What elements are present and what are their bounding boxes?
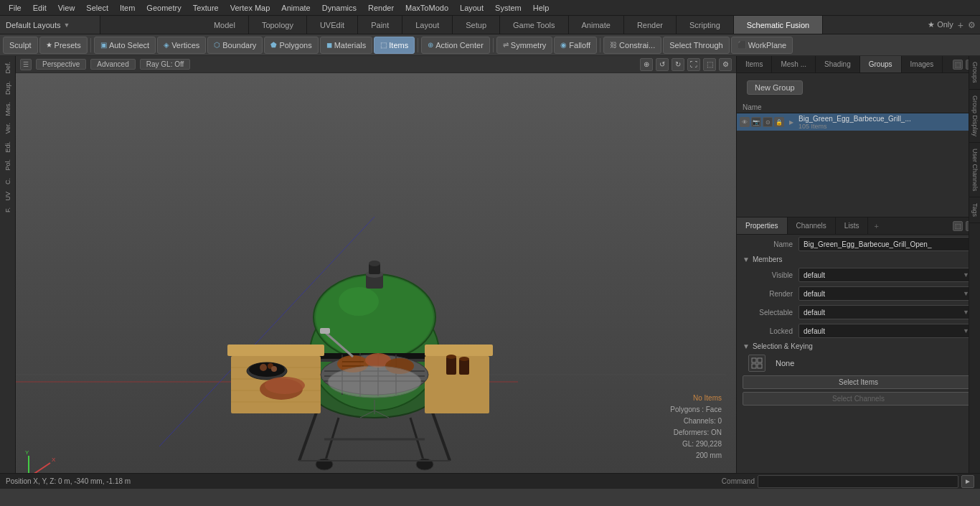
menu-animate[interactable]: Animate <box>275 2 316 14</box>
tab-channels[interactable]: Channels <box>788 217 836 234</box>
tab-setup[interactable]: Setup <box>453 16 500 34</box>
group-list-item[interactable]: 👁 📷 ⊙ 🔒 ▶ Big_Green_Egg_Barbecue_Grill_.… <box>737 113 980 131</box>
sidebar-tab-ver[interactable]: Ver. <box>3 120 13 137</box>
menu-layout[interactable]: Layout <box>454 2 489 14</box>
rv-tab-user-channels[interactable]: User Channels <box>969 143 980 198</box>
tab-groups[interactable]: Groups <box>860 56 902 72</box>
menu-item[interactable]: Item <box>114 2 141 14</box>
lock-icon[interactable]: 🔒 <box>774 117 784 127</box>
viewport-menu-button[interactable]: ☰ <box>20 59 32 70</box>
menu-geometry[interactable]: Geometry <box>141 2 187 14</box>
viewport-icon-5[interactable]: ⬚ <box>703 58 716 71</box>
tab-lists[interactable]: Lists <box>836 217 869 234</box>
menu-maxtomodo[interactable]: MaxToModo <box>400 2 454 14</box>
name-input[interactable] <box>798 237 974 251</box>
tab-schematic-fusion[interactable]: Schematic Fusion <box>734 16 823 34</box>
render-icon[interactable]: 📷 <box>751 117 761 127</box>
menu-select[interactable]: Select <box>80 2 114 14</box>
falloff-button[interactable]: ◉ Falloff <box>554 37 597 54</box>
workplane-button[interactable]: ⬛ WorkPlane <box>731 37 793 54</box>
command-input[interactable] <box>758 475 958 488</box>
presets-button[interactable]: ★ Presets <box>39 37 88 54</box>
menu-system[interactable]: System <box>489 2 527 14</box>
tab-add-button[interactable]: + <box>868 217 884 234</box>
add-tab-button[interactable]: + <box>958 19 963 31</box>
viewport-icon-3[interactable]: ↻ <box>672 58 684 71</box>
viewport-icon-1[interactable]: ⊕ <box>640 58 653 71</box>
viewport-icon-6[interactable]: ⚙ <box>719 58 732 71</box>
tab-uvedit[interactable]: UVEdit <box>307 16 358 34</box>
visible-dropdown[interactable]: default ▼ <box>798 268 974 282</box>
selection-keying-header[interactable]: ▼ Selection & Keying <box>737 340 980 352</box>
select-channels-button[interactable]: Select Channels <box>743 392 974 406</box>
tab-items[interactable]: Items <box>737 56 772 72</box>
tab-shading[interactable]: Shading <box>816 56 860 72</box>
menu-dynamics[interactable]: Dynamics <box>316 2 362 14</box>
sculpt-button[interactable]: Sculpt <box>3 37 38 54</box>
tab-properties[interactable]: Properties <box>737 217 788 234</box>
menu-view[interactable]: View <box>52 2 81 14</box>
tab-animate[interactable]: Animate <box>569 16 624 34</box>
items-button[interactable]: ⬚ Items <box>374 37 415 54</box>
rv-tab-groups[interactable]: Groups <box>969 56 980 90</box>
viewport[interactable]: ☰ Perspective Advanced Ray GL: Off ⊕ ↺ ↻… <box>16 56 736 473</box>
tab-layout[interactable]: Layout <box>402 16 453 34</box>
tab-model[interactable]: Model <box>201 16 249 34</box>
sidebar-tab-dup[interactable]: Dup. <box>3 78 13 98</box>
tab-game-tools[interactable]: Game Tools <box>500 16 569 34</box>
selectable-dropdown[interactable]: default ▼ <box>798 305 974 319</box>
select-through-button[interactable]: Select Through <box>663 37 729 54</box>
svg-rect-49 <box>459 359 469 375</box>
tab-topology[interactable]: Topology <box>249 16 307 34</box>
command-arrow-button[interactable]: ► <box>961 475 974 488</box>
settings-icon[interactable]: ⚙ <box>968 20 976 30</box>
locked-dropdown[interactable]: default ▼ <box>798 324 974 338</box>
viewport-icon-2[interactable]: ↺ <box>656 58 669 71</box>
viewport-content[interactable]: No Items Polygons : Face Channels: 0 Def… <box>16 73 736 473</box>
expand-icon[interactable]: ⬚ <box>953 60 963 70</box>
tab-render[interactable]: Render <box>624 16 677 34</box>
render-dropdown[interactable]: default ▼ <box>798 286 974 301</box>
vertices-button[interactable]: ◈ Vertices <box>157 37 206 54</box>
sidebar-tab-c[interactable]: C. <box>3 175 13 187</box>
menu-help[interactable]: Help <box>527 2 555 14</box>
action-center-button[interactable]: ⊕ Action Center <box>421 37 490 54</box>
menu-vertex-map[interactable]: Vertex Map <box>225 2 276 14</box>
tab-images[interactable]: Images <box>902 56 943 72</box>
layout-selector[interactable]: Default Layouts ▼ <box>0 16 100 34</box>
menu-texture[interactable]: Texture <box>187 2 225 14</box>
constraints-button[interactable]: ⛓ Constrai... <box>603 37 661 54</box>
sidebar-tab-pol[interactable]: Pol. <box>3 156 13 174</box>
tab-scripting[interactable]: Scripting <box>677 16 734 34</box>
viewport-raygl-button[interactable]: Ray GL: Off <box>140 59 191 70</box>
sidebar-tab-def[interactable]: Def. <box>3 59 13 77</box>
menu-render[interactable]: Render <box>362 2 400 14</box>
symmetry-button[interactable]: ⇌ Symmetry <box>496 37 553 54</box>
group-expand-icon[interactable]: ▶ <box>787 118 796 126</box>
viewport-icon-4[interactable]: ⛶ <box>687 58 700 71</box>
tab-mesh[interactable]: Mesh ... <box>772 56 816 72</box>
prop-expand-icon[interactable]: ⬚ <box>953 221 963 231</box>
rv-tab-group-display[interactable]: Group Display <box>969 90 980 143</box>
rv-tab-tags[interactable]: Tags <box>969 197 980 223</box>
tab-paint[interactable]: Paint <box>358 16 402 34</box>
menu-file[interactable]: File <box>3 2 27 14</box>
none-icon-box[interactable] <box>748 355 765 372</box>
materials-button[interactable]: ◼ Materials <box>320 37 373 54</box>
boundary-button[interactable]: ⬡ Boundary <box>207 37 263 54</box>
sidebar-tab-f[interactable]: F. <box>3 205 13 215</box>
sidebar-tab-uv[interactable]: UV <box>3 189 13 204</box>
viewport-shading-button[interactable]: Advanced <box>90 59 135 70</box>
eye-icon[interactable]: 👁 <box>740 117 750 127</box>
auto-select-button[interactable]: ▣ Auto Select <box>94 37 156 54</box>
menu-edit[interactable]: Edit <box>27 2 52 14</box>
sidebar-tab-mes[interactable]: Mes. <box>3 99 13 119</box>
viewport-type-button[interactable]: Perspective <box>36 59 86 70</box>
select-items-button[interactable]: Select Items <box>743 375 974 389</box>
new-group-button[interactable]: New Group <box>747 80 803 95</box>
select-icon[interactable]: ⊙ <box>763 117 773 127</box>
group-list[interactable]: 👁 📷 ⊙ 🔒 ▶ Big_Green_Egg_Barbecue_Grill_.… <box>737 113 980 131</box>
sidebar-tab-edi[interactable]: Edi. <box>3 139 13 156</box>
members-section-header[interactable]: ▼ Members <box>737 253 980 266</box>
polygons-button[interactable]: ⬟ Polygons <box>264 37 318 54</box>
